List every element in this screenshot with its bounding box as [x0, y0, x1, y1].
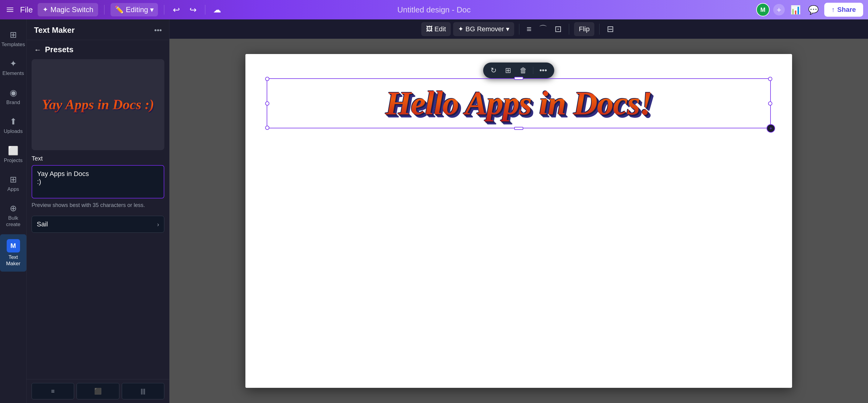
bulk-create-icon: ⊕ — [10, 203, 17, 213]
save-cloud-button[interactable]: ☁ — [211, 3, 223, 16]
handle-zoom[interactable]: + — [767, 124, 775, 133]
font-name: Sail — [37, 220, 48, 228]
handle-top-right[interactable] — [768, 77, 772, 81]
avatar[interactable]: M — [756, 3, 770, 16]
sidebar-item-apps[interactable]: ⊞ Apps — [0, 170, 26, 197]
magic-switch-button[interactable]: ✦ Magic Switch — [38, 3, 98, 16]
text-input[interactable]: Yay Apps in Docs :) — [32, 165, 164, 198]
handle-bottom-center[interactable] — [514, 127, 523, 130]
header-divider-2 — [164, 5, 164, 14]
toolbar-divider-2 — [569, 24, 569, 35]
left-panel: Text Maker ••• ← Presets Yay Apps in Doc… — [27, 20, 169, 403]
presets-title: Presets — [45, 45, 73, 54]
uploads-label: Uploads — [4, 128, 23, 134]
editing-button[interactable]: ✏️ Editing ▾ — [111, 3, 158, 16]
bulk-create-label: Bulk create — [2, 215, 24, 228]
apps-icon: ⊞ — [10, 174, 17, 184]
text-maker-icon: M — [7, 239, 20, 253]
edit-image-icon: 🖼 — [426, 25, 433, 33]
panel-title: Text Maker — [34, 26, 75, 35]
presets-header: ← Presets — [27, 40, 169, 59]
undo-button[interactable]: ↩ — [170, 3, 182, 17]
crop-button[interactable]: ⊡ — [552, 22, 564, 36]
more-icon: ••• — [539, 66, 547, 74]
panel-header: Text Maker ••• — [27, 20, 169, 40]
canvas-page: ↻ ⊞ 🗑 ••• — [245, 54, 792, 388]
elements-label: Elements — [2, 70, 24, 76]
sidebar-item-brand[interactable]: ◉ Brand — [0, 83, 26, 110]
handle-middle-left[interactable] — [265, 101, 269, 106]
menu-button[interactable] — [5, 6, 15, 14]
share-button[interactable]: ↑ Share — [824, 3, 863, 17]
align-center-button[interactable]: ⬛ — [76, 383, 119, 399]
header-left: File ✦ Magic Switch ✏️ Editing ▾ ↩ ↪ ☁ — [5, 3, 751, 17]
stats-button[interactable]: 📊 — [788, 3, 803, 17]
redo-button[interactable]: ↪ — [187, 3, 199, 17]
edit-button[interactable]: 🖼 Edit — [421, 22, 451, 36]
templates-label: Templates — [2, 41, 25, 48]
elements-icon: ✦ — [10, 59, 17, 69]
header-right: M + 📊 💬 ↑ Share — [756, 3, 863, 17]
editing-label: Editing — [126, 5, 148, 14]
handle-middle-right[interactable] — [768, 101, 772, 106]
panel-more-button[interactable]: ••• — [154, 26, 162, 35]
projects-icon: ⬜ — [8, 146, 19, 156]
edit-label: Edit — [435, 25, 446, 33]
preview-box: Yay Apps in Docs :) — [32, 59, 164, 150]
title-text: Untitled design - Doc — [397, 5, 470, 14]
align-button[interactable]: ⊟ — [604, 22, 616, 36]
sidebar-item-elements[interactable]: ✦ Elements — [0, 54, 26, 81]
sidebar-item-uploads[interactable]: ⬆ Uploads — [0, 112, 26, 139]
context-rotate-button[interactable]: ↻ — [488, 65, 499, 76]
handle-bottom-left[interactable] — [265, 126, 269, 130]
header: File ✦ Magic Switch ✏️ Editing ▾ ↩ ↪ ☁ U… — [0, 0, 868, 20]
context-toolbar: ↻ ⊞ 🗑 ••• — [483, 63, 554, 78]
text-label: Text — [32, 155, 164, 162]
canvas-main-text: Hello Apps in Docs! — [276, 85, 761, 122]
bg-remover-icon: ✦ — [458, 25, 463, 33]
file-button[interactable]: File — [20, 5, 33, 14]
flip-button[interactable]: Flip — [574, 22, 594, 36]
templates-icon: ⊞ — [10, 30, 17, 40]
canvas-toolbar: 🖼 Edit ✦ BG Remover ▾ ≡ ⌒ ⊡ Flip ⊟ — [169, 20, 868, 39]
menu-icon-button[interactable]: ≡ — [524, 22, 534, 36]
uploads-icon: ⬆ — [10, 116, 17, 127]
flip-label: Flip — [579, 25, 589, 33]
selected-element[interactable]: + Hello Apps in Docs! — [267, 78, 771, 128]
context-duplicate-button[interactable]: ⊞ — [503, 65, 514, 76]
apps-label: Apps — [7, 186, 19, 192]
toolbar-divider-1 — [519, 24, 519, 35]
font-selector[interactable]: Sail › — [32, 216, 164, 233]
context-more-button[interactable]: ••• — [537, 65, 550, 76]
columns-icon: ||| — [141, 388, 146, 395]
comments-button[interactable]: 💬 — [806, 3, 820, 17]
back-button[interactable]: ← — [34, 45, 41, 54]
sidebar-item-bulk-create[interactable]: ⊕ Bulk create — [0, 198, 26, 232]
rotate-icon: ↻ — [491, 66, 497, 74]
bottom-toolbar: ≡ ⬛ ||| — [27, 379, 169, 403]
header-divider-1 — [104, 5, 104, 14]
columns-button[interactable]: ||| — [122, 383, 164, 399]
align-left-button[interactable]: ≡ — [32, 383, 74, 399]
toolbar-divider-3 — [599, 24, 599, 35]
context-delete-button[interactable]: 🗑 — [517, 65, 529, 76]
sidebar-item-projects[interactable]: ⬜ Projects — [0, 141, 26, 168]
add-collaborator-button[interactable]: + — [773, 4, 785, 15]
brand-label: Brand — [6, 100, 20, 106]
handle-top-center[interactable] — [514, 77, 523, 80]
sidebar-item-text-maker[interactable]: M Text Maker — [0, 234, 26, 272]
preview-text: Yay Apps in Docs :) — [36, 93, 160, 117]
handle-top-left[interactable] — [265, 77, 269, 81]
align-center-icon: ⬛ — [94, 388, 102, 395]
font-chevron-icon: › — [157, 221, 159, 228]
bg-remover-label: BG Remover — [465, 25, 504, 33]
sidebar-item-templates[interactable]: ⊞ Templates — [0, 25, 26, 53]
pencil-icon: ✏️ — [115, 5, 124, 14]
text-maker-label: Text Maker — [2, 254, 24, 267]
brand-icon: ◉ — [10, 88, 17, 98]
canvas-viewport[interactable]: ↻ ⊞ 🗑 ••• — [169, 39, 868, 403]
bg-remover-button[interactable]: ✦ BG Remover ▾ — [453, 22, 514, 36]
bg-remover-caret: ▾ — [506, 25, 509, 33]
magic-switch-label: Magic Switch — [51, 5, 93, 14]
corner-radius-button[interactable]: ⌒ — [536, 21, 550, 37]
